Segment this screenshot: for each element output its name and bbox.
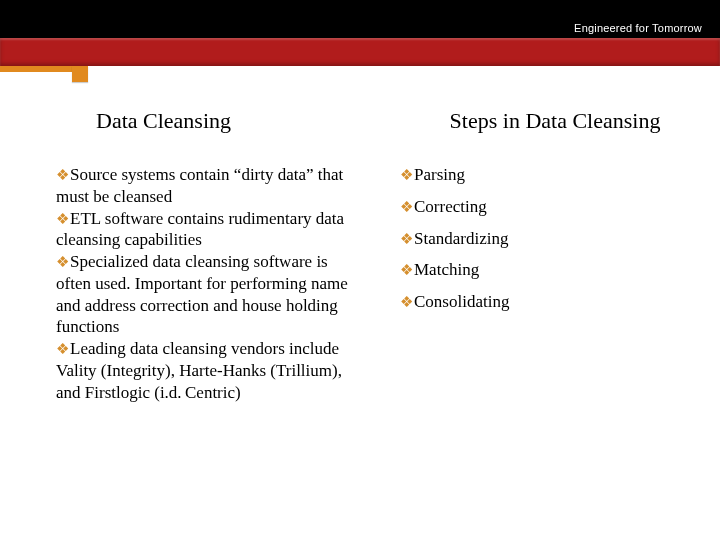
bullet-text: ETL software contains rudimentary data c…: [56, 209, 344, 250]
accent-tail: [0, 66, 72, 72]
list-item: ❖Leading data cleansing vendors include …: [56, 339, 342, 402]
bullet-text: Matching: [414, 260, 479, 279]
left-heading: Data Cleansing: [96, 108, 360, 134]
diamond-bullet-icon: ❖: [56, 253, 69, 272]
bullet-text: Parsing: [414, 165, 465, 184]
diamond-bullet-icon: ❖: [56, 340, 69, 359]
list-item: ❖Matching: [400, 259, 700, 281]
list-item: ❖Source systems contain “dirty data” tha…: [56, 165, 343, 206]
list-item: ❖Standardizing: [400, 228, 700, 250]
right-column: Steps in Data Cleansing ❖Parsing ❖Correc…: [370, 108, 720, 403]
header-red-band: [0, 38, 720, 66]
right-heading: Steps in Data Cleansing: [410, 108, 700, 134]
left-bullets: ❖Source systems contain “dirty data” tha…: [56, 164, 360, 403]
diamond-bullet-icon: ❖: [400, 198, 413, 217]
bullet-text: Correcting: [414, 197, 487, 216]
accent-block: [72, 66, 88, 82]
diamond-bullet-icon: ❖: [56, 166, 69, 185]
bullet-text: Standardizing: [414, 229, 508, 248]
bullet-text: Leading data cleansing vendors include V…: [56, 339, 342, 402]
diamond-bullet-icon: ❖: [400, 261, 413, 280]
left-column: Data Cleansing ❖Source systems contain “…: [0, 108, 370, 403]
list-item: ❖Correcting: [400, 196, 700, 218]
diamond-bullet-icon: ❖: [400, 166, 413, 185]
bullet-text: Consolidating: [414, 292, 509, 311]
list-item: ❖ETL software contains rudimentary data …: [56, 209, 344, 250]
right-bullets: ❖Parsing ❖Correcting ❖Standardizing ❖Mat…: [400, 164, 700, 313]
list-item: ❖Consolidating: [400, 291, 700, 313]
bullet-text: Source systems contain “dirty data” that…: [56, 165, 343, 206]
diamond-bullet-icon: ❖: [400, 230, 413, 249]
slide-body: Data Cleansing ❖Source systems contain “…: [0, 108, 720, 403]
diamond-bullet-icon: ❖: [400, 293, 413, 312]
bullet-text: Specialized data cleansing software is o…: [56, 252, 348, 336]
diamond-bullet-icon: ❖: [56, 210, 69, 229]
list-item: ❖Specialized data cleansing software is …: [56, 252, 348, 336]
header-tagline: Engineered for Tomorrow: [574, 22, 702, 34]
list-item: ❖Parsing: [400, 164, 700, 186]
